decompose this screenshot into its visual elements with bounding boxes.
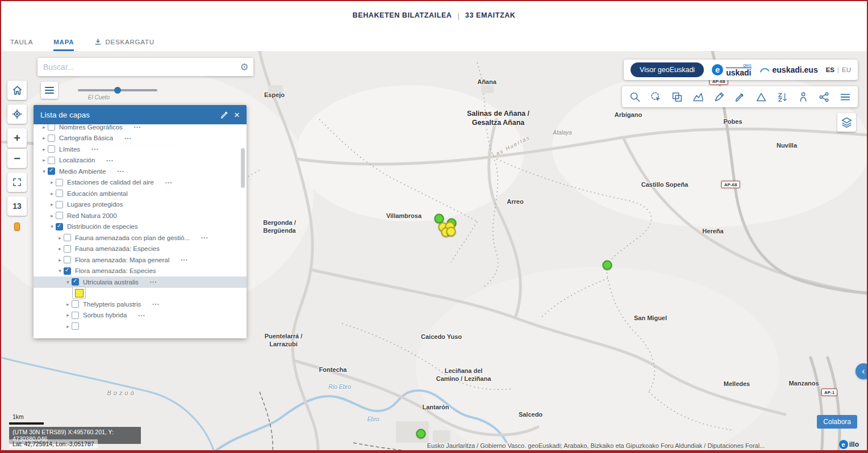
layer-row[interactable]: ▸Límites•••	[34, 144, 247, 155]
draw-pencil-icon[interactable]	[708, 86, 729, 107]
layer-menu-dots-icon[interactable]: •••	[106, 158, 114, 163]
layer-row[interactable]: ▸Sorbus hybrida•••	[34, 310, 247, 321]
share-icon[interactable]	[813, 86, 834, 107]
layer-label[interactable]: Fauna amenazada con plan de gestió...	[75, 234, 190, 241]
layer-menu-dots-icon[interactable]: •••	[165, 180, 173, 185]
expand-arrow-icon[interactable]: ▸	[40, 135, 48, 141]
geoeuskadi-logo[interactable]: e geo uskadi	[712, 63, 751, 77]
close-icon[interactable]: ×	[234, 110, 240, 120]
sort-za-icon[interactable]	[771, 86, 792, 107]
tab-deskargatu[interactable]: DESKARGATU	[94, 38, 154, 51]
layer-label[interactable]: Fauna amenazada: Especies	[75, 245, 160, 252]
measure-area-icon[interactable]	[750, 86, 771, 107]
layer-label[interactable]: Distribución de especies	[67, 223, 138, 230]
layer-menu-dots-icon[interactable]: •••	[134, 124, 141, 129]
zoom-in-button[interactable]: +	[7, 128, 27, 148]
home-button[interactable]	[7, 81, 27, 100]
lang-eu[interactable]: EU	[842, 66, 851, 73]
layer-checkbox[interactable]	[72, 300, 79, 308]
orange-observation-marker[interactable]	[14, 223, 20, 230]
layer-checkbox[interactable]	[56, 212, 63, 219]
layer-checkbox[interactable]	[48, 135, 55, 142]
layer-menu-dots-icon[interactable]: •••	[91, 146, 99, 152]
layer-checkbox[interactable]	[72, 278, 79, 286]
layer-checkbox[interactable]	[48, 157, 55, 164]
green-observation-marker[interactable]	[603, 261, 612, 270]
tab-taula[interactable]: TAULA	[10, 39, 33, 51]
panel-scrollbar[interactable]	[241, 148, 245, 188]
layer-row[interactable]: ▾Medio Ambiente•••	[34, 166, 247, 177]
layer-menu-dots-icon[interactable]: •••	[181, 257, 188, 262]
expand-arrow-icon[interactable]: ▸	[56, 257, 64, 263]
layer-row[interactable]: ▾Flora amenazada: Especies	[34, 266, 247, 277]
zoom-search-icon[interactable]	[624, 86, 645, 107]
layer-checkbox[interactable]	[72, 322, 79, 330]
layer-row[interactable]: ▸Educación ambiental	[34, 188, 247, 199]
layer-checkbox[interactable]	[56, 190, 63, 197]
basemap-layers-button[interactable]	[837, 113, 856, 132]
layer-checkbox[interactable]	[56, 223, 63, 230]
expand-arrow-icon[interactable]: ▸	[48, 191, 56, 196]
layer-label[interactable]: Educación ambiental	[67, 190, 128, 197]
layer-label[interactable]: Nombres Geográficos	[59, 124, 123, 131]
expand-arrow-icon[interactable]: ▾	[64, 279, 72, 285]
layer-menu-dots-icon[interactable]: •••	[150, 279, 157, 284]
panel-toggle-menu-icon[interactable]	[41, 82, 58, 99]
layer-label[interactable]: Sorbus hybrida	[83, 312, 127, 318]
layer-label[interactable]: Medio Ambiente	[59, 168, 106, 175]
layer-menu-dots-icon[interactable]: •••	[201, 235, 208, 240]
style-brush-icon[interactable]	[220, 110, 229, 120]
layer-row[interactable]: ▸Red Natura 2000	[34, 210, 247, 221]
layer-row[interactable]: ▸	[34, 321, 247, 332]
slider-handle[interactable]	[114, 87, 121, 94]
layer-menu-dots-icon[interactable]: •••	[124, 136, 132, 141]
expand-arrow-icon[interactable]: ▾	[48, 224, 56, 229]
select-by-shape-icon[interactable]	[645, 86, 666, 107]
layer-checkbox[interactable]	[48, 167, 55, 175]
layer-row[interactable]: ▸Cartografía Básica•••	[34, 133, 247, 144]
layer-row[interactable]: ▸Flora amenazada: Mapa general•••	[34, 254, 247, 266]
layer-label[interactable]: Red Natura 2000	[67, 212, 117, 219]
tab-mapa[interactable]: MAPA	[53, 39, 74, 51]
layer-checkbox[interactable]	[56, 179, 63, 186]
visor-geoeuskadi-button[interactable]: Visor geoEuskadi	[631, 62, 704, 77]
layer-checkbox[interactable]	[64, 267, 71, 275]
lang-es[interactable]: ES	[826, 66, 834, 73]
layer-checkbox[interactable]	[64, 256, 71, 263]
layer-checkbox[interactable]	[72, 312, 79, 319]
layer-label[interactable]: Estaciones de calidad del aire	[67, 179, 154, 186]
layer-opacity-slider[interactable]	[78, 89, 157, 91]
layer-row[interactable]: ▸Estaciones de calidad del aire•••	[34, 177, 247, 188]
layer-menu-dots-icon[interactable]: •••	[117, 169, 124, 174]
overlap-layers-icon[interactable]	[666, 86, 687, 107]
layer-row[interactable]	[34, 288, 247, 299]
streetview-icon[interactable]	[792, 86, 813, 107]
search-settings-gear-icon[interactable]: ⚙	[235, 61, 253, 73]
expand-arrow-icon[interactable]: ▸	[64, 301, 72, 307]
expand-arrow-icon[interactable]: ▾	[56, 268, 64, 274]
expand-arrow-icon[interactable]: ▸	[48, 213, 56, 219]
toolbar-menu-icon[interactable]	[834, 86, 856, 107]
expand-arrow-icon[interactable]: ▸	[64, 324, 72, 329]
layer-label[interactable]: Cartografía Básica	[59, 135, 113, 141]
layer-label[interactable]: Flora amenazada: Especies	[75, 267, 156, 274]
expand-arrow-icon[interactable]: ▸	[56, 246, 64, 251]
layer-label[interactable]: Lugares protegidos	[67, 201, 123, 208]
layer-checkbox[interactable]	[56, 201, 63, 208]
green-observation-marker[interactable]	[416, 429, 426, 439]
fullscreen-button[interactable]	[7, 173, 27, 192]
expand-arrow-icon[interactable]: ▾	[40, 169, 48, 174]
profile-chart-icon[interactable]	[687, 86, 708, 107]
zoom-out-button[interactable]: −	[7, 149, 27, 168]
expand-arrow-icon[interactable]: ▸	[48, 202, 56, 207]
euskadi-eus-logo[interactable]: euskadi.eus	[760, 65, 818, 74]
expand-side-panel-chevron[interactable]: ‹	[856, 363, 867, 379]
layer-checkbox[interactable]	[64, 234, 71, 241]
layer-row[interactable]: ▸Localización•••	[34, 155, 247, 166]
layer-label[interactable]: Límites	[59, 146, 80, 153]
layer-row[interactable]: ▸Thelypteris palustris•••	[34, 299, 247, 310]
layers-panel-header[interactable]: Lista de capas ×	[34, 105, 247, 124]
colabora-button[interactable]: Colabora	[817, 415, 857, 429]
expand-arrow-icon[interactable]: ▸	[56, 235, 64, 241]
layer-label[interactable]: Utricularia australis	[83, 279, 139, 286]
